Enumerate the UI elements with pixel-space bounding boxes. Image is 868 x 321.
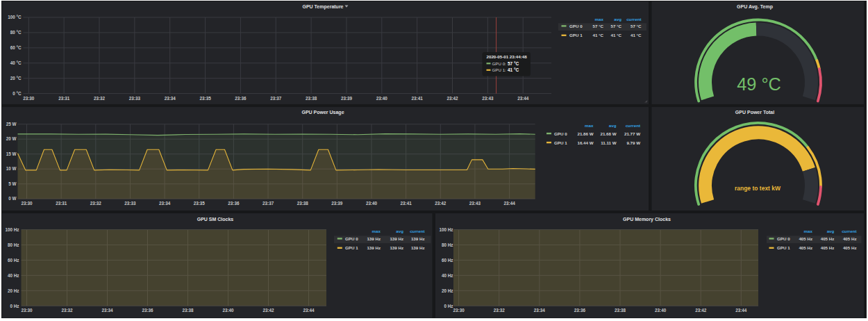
svg-text:23:30: 23:30 [23,96,35,101]
svg-text:max: max [595,17,604,22]
svg-text:GPU 1: GPU 1 [554,140,567,145]
svg-text:100 Hz: 100 Hz [6,227,19,232]
svg-text:57 °C: 57 °C [610,24,621,28]
svg-text:16.44 W: 16.44 W [577,140,593,145]
svg-text:23:34: 23:34 [534,308,546,313]
svg-text:23:40: 23:40 [655,308,667,313]
svg-text:GPU 1:: GPU 1: [492,67,507,72]
svg-text:23:33: 23:33 [129,96,141,101]
svg-text:100 °C: 100 °C [8,15,22,19]
svg-text:23:35: 23:35 [194,201,206,206]
svg-text:405 Hz: 405 Hz [799,236,812,241]
svg-text:11.11 W: 11.11 W [601,140,617,145]
svg-text:20 °C: 20 °C [10,76,22,81]
svg-text:23:30: 23:30 [21,308,33,313]
svg-text:avg: avg [827,229,835,233]
svg-text:23:43: 23:43 [469,201,481,206]
svg-text:20 W: 20 W [6,136,17,141]
svg-text:23:44: 23:44 [735,308,747,313]
svg-text:57 °C: 57 °C [631,24,642,28]
svg-text:10 W: 10 W [6,166,17,171]
svg-text:GPU Avg. Temp: GPU Avg. Temp [737,4,773,10]
svg-text:GPU Temperature: GPU Temperature [303,4,344,10]
svg-text:23:35: 23:35 [200,96,212,101]
svg-text:23:38: 23:38 [182,308,194,313]
svg-text:139 Hz: 139 Hz [411,236,425,241]
svg-text:139 Hz: 139 Hz [390,245,403,250]
svg-text:49 °C: 49 °C [737,74,781,94]
svg-text:23:36: 23:36 [574,308,586,313]
svg-text:23:37: 23:37 [270,96,282,101]
svg-text:23:40: 23:40 [366,201,378,206]
svg-text:57 °C: 57 °C [592,24,603,28]
svg-text:23:33: 23:33 [124,201,136,206]
svg-text:0 Hz: 0 Hz [10,304,19,308]
svg-text:GPU 1: GPU 1 [345,245,358,250]
svg-text:range to text kW: range to text kW [735,185,781,192]
svg-text:41 °C: 41 °C [631,33,642,38]
svg-text:23:36: 23:36 [142,308,153,313]
svg-text:139 Hz: 139 Hz [390,236,403,241]
svg-text:GPU 0: GPU 0 [554,131,567,136]
svg-text:GPU Memory Clocks: GPU Memory Clocks [623,217,671,222]
svg-text:23:42: 23:42 [262,308,274,313]
svg-text:41 °C: 41 °C [610,33,621,38]
svg-text:23:38: 23:38 [306,96,317,101]
svg-text:80 Hz: 80 Hz [442,242,453,247]
svg-text:23:36: 23:36 [228,201,240,206]
svg-text:23:42: 23:42 [435,201,446,206]
svg-text:current: current [626,17,641,22]
svg-text:80 °C: 80 °C [10,30,22,35]
svg-text:GPU 0: GPU 0 [777,236,790,241]
svg-text:max: max [372,229,381,233]
svg-text:23:34: 23:34 [101,308,113,313]
svg-text:40 Hz: 40 Hz [442,273,453,278]
svg-text:139 Hz: 139 Hz [411,245,425,250]
svg-text:21.68 W: 21.68 W [600,131,616,136]
svg-text:23:44: 23:44 [303,308,315,313]
svg-text:23:31: 23:31 [58,96,70,101]
svg-text:100 Hz: 100 Hz [440,227,453,232]
svg-text:GPU 0: GPU 0 [569,24,583,28]
svg-text:0 W: 0 W [8,196,16,201]
svg-text:23:40: 23:40 [222,308,234,313]
svg-text:23:44: 23:44 [504,201,516,206]
svg-text:23:32: 23:32 [90,201,102,206]
svg-text:21.77 W: 21.77 W [624,131,640,136]
svg-text:25 W: 25 W [6,122,17,126]
svg-text:23:44: 23:44 [517,96,529,101]
svg-text:GPU Power Usage: GPU Power Usage [301,110,344,115]
svg-text:0 °C: 0 °C [12,91,22,96]
svg-text:21.86 W: 21.86 W [577,131,593,136]
svg-text:avg: avg [609,123,617,128]
svg-text:23:41: 23:41 [412,96,424,101]
svg-text:current: current [626,123,640,128]
svg-text:20 Hz: 20 Hz [8,288,19,293]
svg-text:23:40: 23:40 [376,96,388,101]
svg-text:9.79 W: 9.79 W [626,140,640,145]
svg-text:max: max [804,229,813,233]
svg-text:GPU 1: GPU 1 [777,245,790,250]
svg-text:GPU 1: GPU 1 [569,33,583,38]
svg-text:23:37: 23:37 [262,201,274,206]
svg-text:23:31: 23:31 [56,201,67,206]
svg-text:2020-05-01 23:44:48: 2020-05-01 23:44:48 [487,54,528,59]
svg-text:23:41: 23:41 [401,201,412,206]
svg-text:23:34: 23:34 [159,201,171,206]
svg-text:5 W: 5 W [8,181,16,186]
svg-text:23:30: 23:30 [453,308,465,313]
svg-text:GPU 0:: GPU 0: [492,61,507,66]
svg-text:23:32: 23:32 [494,308,506,313]
svg-text:60 Hz: 60 Hz [8,258,19,263]
svg-text:GPU SM Clocks: GPU SM Clocks [197,217,234,222]
svg-text:23:34: 23:34 [165,96,176,101]
svg-text:23:39: 23:39 [341,96,353,101]
svg-text:0 Hz: 0 Hz [444,304,453,308]
svg-text:405 Hz: 405 Hz [799,245,812,250]
svg-text:GPU Power Total: GPU Power Total [735,110,774,115]
svg-text:405 Hz: 405 Hz [821,236,835,241]
svg-text:15 W: 15 W [6,151,17,156]
svg-text:GPU 0: GPU 0 [345,236,358,241]
svg-text:23:43: 23:43 [482,96,494,101]
svg-text:405 Hz: 405 Hz [843,245,857,250]
